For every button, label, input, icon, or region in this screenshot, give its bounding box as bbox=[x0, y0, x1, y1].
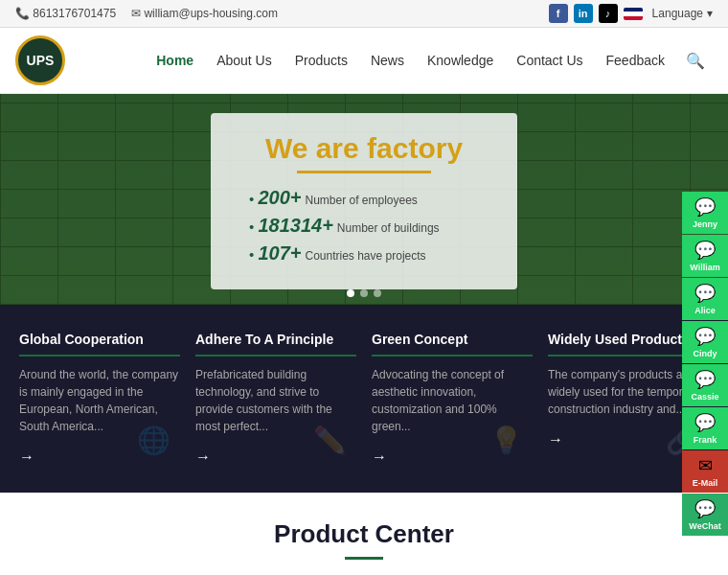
linkedin-icon[interactable]: in bbox=[574, 4, 593, 23]
product-center-section: Product Center bbox=[0, 493, 728, 575]
search-button[interactable]: 🔍 bbox=[678, 44, 713, 78]
whatsapp-icon: 💬 bbox=[694, 369, 716, 390]
phone-icon: 📞 bbox=[15, 7, 30, 20]
hero-title-highlight: factory bbox=[367, 132, 463, 164]
side-contact-email[interactable]: ✉ E-Mail bbox=[682, 450, 728, 493]
feature-principle-title: Adhere To A Principle bbox=[195, 332, 356, 356]
top-bar: 📞 8613176701475 ✉ william@ups-housing.co… bbox=[0, 0, 728, 28]
side-contact-cassie[interactable]: 💬 Cassie bbox=[682, 364, 728, 406]
email-contact[interactable]: ✉ william@ups-housing.com bbox=[131, 7, 278, 20]
side-contact-cindy[interactable]: 💬 Cindy bbox=[682, 321, 728, 363]
hero-stats: • 200+Number of employees • 181314+Numbe… bbox=[249, 187, 479, 264]
product-center-line bbox=[345, 557, 383, 560]
whatsapp-icon: 💬 bbox=[694, 240, 716, 261]
stat-employees: • 200+Number of employees bbox=[249, 187, 479, 209]
email-icon: ✉ bbox=[131, 7, 141, 20]
phone-contact[interactable]: 📞 8613176701475 bbox=[15, 7, 116, 20]
hero-dot-1[interactable] bbox=[347, 289, 354, 297]
feature-green-icon: 💡 bbox=[489, 425, 523, 456]
whatsapp-icon: 💬 bbox=[694, 412, 716, 433]
product-center-title: Product Center bbox=[19, 519, 709, 549]
nav-feedback[interactable]: Feedback bbox=[597, 45, 674, 76]
social-icons: f in ♪ bbox=[549, 4, 643, 23]
side-contact-jenny[interactable]: 💬 Jenny bbox=[682, 192, 728, 234]
language-selector[interactable]: Language ▾ bbox=[652, 7, 713, 20]
chevron-down-icon: ▾ bbox=[707, 7, 713, 20]
side-contacts: 💬 Jenny 💬 William 💬 Alice 💬 Cindy 💬 Cass… bbox=[682, 192, 728, 536]
phone-number: 8613176701475 bbox=[33, 7, 116, 20]
nav-about[interactable]: About Us bbox=[207, 45, 282, 76]
nav-home[interactable]: Home bbox=[147, 45, 203, 76]
side-contact-william[interactable]: 💬 William bbox=[682, 235, 728, 277]
feature-principle-icon: ✏️ bbox=[313, 425, 347, 456]
email-address: william@ups-housing.com bbox=[144, 7, 278, 20]
logo-icon: UPS bbox=[15, 35, 65, 85]
header: UPS Home About Us Products News Knowledg… bbox=[0, 28, 728, 94]
tiktok-icon[interactable]: ♪ bbox=[599, 4, 618, 23]
nav-news[interactable]: News bbox=[361, 45, 414, 76]
email-icon: ✉ bbox=[698, 455, 713, 476]
hero-title: We are factory bbox=[249, 132, 479, 165]
hero-overlay: We are factory • 200+Number of employees… bbox=[211, 113, 517, 289]
logo[interactable]: UPS bbox=[15, 35, 65, 85]
features-section: Global Cooperation Around the world, the… bbox=[0, 305, 728, 493]
side-contact-alice[interactable]: 💬 Alice bbox=[682, 278, 728, 320]
stat-buildings: • 181314+Number of buildings bbox=[249, 215, 479, 237]
side-contact-frank[interactable]: 💬 Frank bbox=[682, 407, 728, 449]
nav-knowledge[interactable]: Knowledge bbox=[418, 45, 503, 76]
hero-dot-3[interactable] bbox=[374, 289, 381, 297]
whatsapp-icon: 💬 bbox=[694, 326, 716, 347]
feature-global-icon: 🌐 bbox=[137, 425, 171, 456]
hero-dots bbox=[347, 289, 381, 297]
facebook-icon[interactable]: f bbox=[549, 4, 568, 23]
stat-countries: • 107+Countries have projects bbox=[249, 242, 479, 264]
hero-section: We are factory • 200+Number of employees… bbox=[0, 94, 728, 305]
feature-green-title: Green Concept bbox=[372, 332, 533, 356]
nav-contact[interactable]: Contact Us bbox=[507, 45, 592, 76]
whatsapp-icon: 💬 bbox=[694, 196, 716, 218]
side-contact-wechat[interactable]: 💬 WeChat bbox=[682, 494, 728, 536]
feature-green: Green Concept Advocating the concept of … bbox=[372, 332, 533, 466]
nav-products[interactable]: Products bbox=[285, 45, 357, 76]
top-bar-right: f in ♪ Language ▾ bbox=[549, 4, 713, 23]
whatsapp-icon: 💬 bbox=[694, 283, 716, 304]
feature-global: Global Cooperation Around the world, the… bbox=[19, 332, 180, 466]
top-bar-contacts: 📞 8613176701475 ✉ william@ups-housing.co… bbox=[15, 7, 278, 20]
hero-underline bbox=[297, 171, 431, 173]
flag-icon bbox=[624, 8, 643, 20]
language-label: Language bbox=[652, 7, 703, 20]
hero-dot-2[interactable] bbox=[360, 289, 368, 297]
feature-global-title: Global Cooperation bbox=[19, 332, 180, 356]
hero-title-prefix: We are bbox=[265, 132, 367, 164]
wechat-icon: 💬 bbox=[694, 498, 716, 519]
main-nav: Home About Us Products News Knowledge Co… bbox=[147, 44, 713, 78]
feature-principle: Adhere To A Principle Prefabricated buil… bbox=[195, 332, 356, 466]
